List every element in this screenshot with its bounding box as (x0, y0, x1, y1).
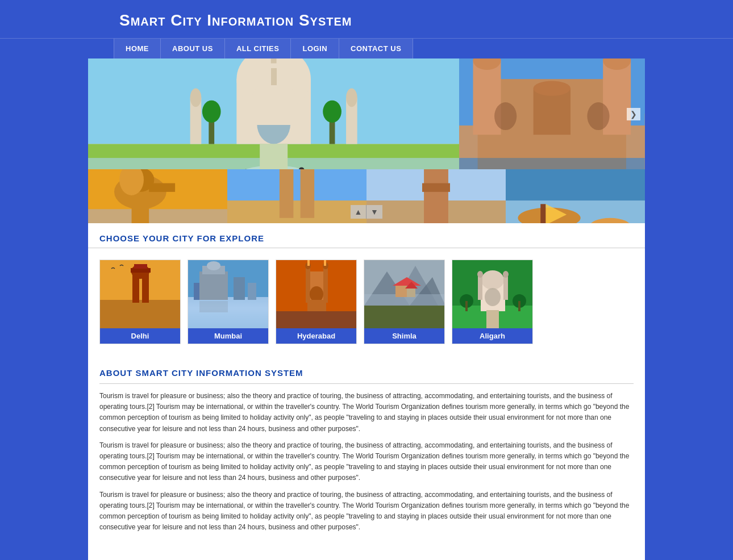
city-card-aligarh[interactable]: Aligarh (452, 260, 533, 344)
nav-home[interactable]: HOME (114, 39, 161, 58)
svg-point-104 (477, 271, 483, 278)
svg-rect-50 (424, 169, 448, 223)
city-label-mumbai: Mumbai (188, 328, 268, 344)
svg-rect-112 (518, 301, 520, 311)
svg-rect-59 (540, 204, 545, 223)
svg-rect-75 (248, 283, 256, 300)
svg-rect-68 (134, 264, 147, 269)
about-paragraph-2: Tourism is travel for pleasure or busine… (99, 440, 634, 484)
svg-rect-80 (306, 266, 310, 303)
slideshow-side-nav: ❯ (627, 108, 640, 120)
svg-point-107 (485, 288, 501, 306)
svg-point-73 (207, 261, 220, 270)
city-img-delhi (100, 260, 181, 328)
svg-rect-74 (234, 277, 245, 300)
slideshow: ❯ (88, 58, 645, 223)
svg-rect-35 (132, 192, 149, 223)
city-img-shimla (364, 260, 445, 328)
cities-grid: Delhi (88, 254, 645, 356)
about-paragraph-1: Tourism is travel for pleasure or busine… (99, 391, 634, 434)
nav-cities[interactable]: ALL CITIES (225, 39, 291, 58)
svg-rect-42 (227, 200, 367, 223)
slideshow-up-btn[interactable]: ▲ (351, 205, 367, 219)
svg-rect-67 (131, 268, 151, 273)
slideshow-top-row: ❯ (88, 58, 645, 169)
svg-rect-53 (422, 183, 450, 192)
svg-point-15 (202, 101, 221, 123)
svg-point-17 (323, 101, 341, 123)
svg-point-10 (346, 89, 357, 107)
svg-rect-33 (88, 209, 227, 223)
svg-rect-105 (503, 274, 508, 300)
about-section: ABOUT SMART CITY INFORMATION SYSTEM Tour… (88, 356, 645, 550)
svg-rect-110 (465, 301, 468, 311)
svg-point-28 (534, 81, 570, 96)
svg-rect-108 (486, 310, 499, 328)
nav-login[interactable]: LOGIN (291, 39, 339, 58)
svg-rect-77 (199, 301, 228, 312)
slide-jaipur: ❯ (459, 58, 645, 169)
city-label-aligarh: Aligarh (452, 328, 532, 344)
slide-camel (88, 169, 227, 223)
svg-rect-103 (478, 274, 482, 300)
city-img-aligarh (452, 260, 533, 328)
cities-section: CHOOSE YOUR CITY FOR EXPLORE (88, 223, 645, 356)
svg-rect-63 (100, 300, 181, 328)
city-label-shimla: Shimla (364, 328, 444, 344)
slideshow-bottom-row: ▲ ▼ (88, 169, 645, 223)
slideshow-controls: ▲ ▼ (351, 205, 382, 219)
slideshow-prev-btn[interactable]: ❯ (627, 108, 640, 120)
svg-point-29 (494, 102, 517, 130)
svg-point-106 (503, 271, 509, 278)
main-nav: HOME ABOUT US ALL CITIES LOGIN CONTACT U… (0, 38, 733, 58)
slide-river (506, 169, 645, 223)
svg-rect-96 (407, 289, 415, 297)
site-header: Smart City Information System (0, 0, 733, 38)
svg-rect-39 (149, 183, 175, 192)
city-card-mumbai[interactable]: Mumbai (188, 260, 269, 344)
slide-india-gate (227, 169, 367, 223)
svg-rect-88 (324, 260, 326, 266)
nav-contact[interactable]: CONTACT US (339, 39, 413, 58)
svg-point-11 (257, 103, 290, 144)
city-card-shimla[interactable]: Shimla (364, 260, 445, 344)
svg-rect-86 (276, 311, 357, 328)
svg-rect-41 (227, 169, 367, 200)
city-label-hyderabad: Hyderabad (276, 328, 356, 344)
svg-rect-56 (506, 169, 645, 200)
slide-qutub-minar (367, 169, 506, 223)
svg-rect-98 (364, 306, 445, 328)
city-card-delhi[interactable]: Delhi (99, 260, 181, 344)
svg-rect-43 (280, 169, 294, 218)
svg-rect-87 (307, 260, 310, 266)
city-card-hyderabad[interactable]: Hyderabad (276, 260, 357, 344)
main-content: ❯ (88, 58, 645, 560)
about-paragraph-3: Tourism is travel for pleasure or busine… (99, 490, 634, 533)
slide-taj-mahal (88, 58, 459, 169)
svg-rect-76 (194, 283, 199, 300)
svg-point-8 (190, 89, 202, 107)
svg-rect-13 (260, 144, 288, 169)
about-heading: ABOUT SMART CITY INFORMATION SYSTEM (99, 361, 634, 384)
svg-rect-5 (271, 58, 277, 63)
site-title: Smart City Information System (119, 11, 733, 30)
svg-rect-82 (323, 266, 328, 303)
svg-rect-44 (301, 169, 315, 218)
svg-point-30 (588, 102, 610, 130)
city-label-delhi: Delhi (100, 328, 180, 344)
svg-rect-85 (307, 300, 326, 311)
svg-rect-94 (395, 286, 407, 297)
svg-rect-71 (199, 271, 228, 300)
svg-rect-31 (478, 158, 626, 169)
cities-heading: CHOOSE YOUR CITY FOR EXPLORE (88, 223, 645, 248)
city-img-hyderabad (276, 260, 357, 328)
slideshow-down-btn[interactable]: ▼ (367, 205, 382, 219)
svg-point-102 (481, 270, 504, 290)
svg-point-84 (310, 286, 323, 302)
city-img-mumbai (188, 260, 269, 328)
nav-about[interactable]: ABOUT US (161, 39, 225, 58)
